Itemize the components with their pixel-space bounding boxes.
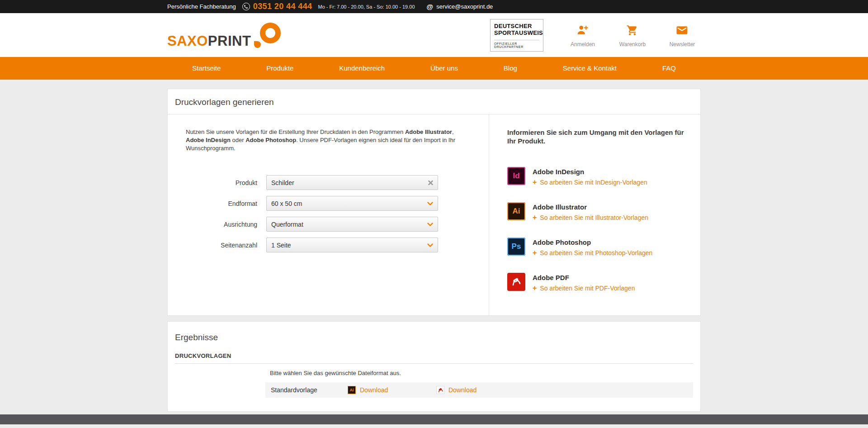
produkt-field[interactable]: Schilder [266,175,438,190]
badge-line1: DEUTSCHER [494,23,539,29]
download-ai-link[interactable]: Ai Download [348,386,436,394]
indesign-icon: Id [507,167,525,185]
generator-card: Druckvorlagen generieren Nutzen Sie unse… [167,89,701,316]
header-actions: Anmelden Warenkorb Newsletter [564,23,701,48]
pdf-file-icon [436,386,444,394]
intro-text: Nutzen Sie unsere Vorlagen für die Erste… [186,128,468,152]
form-row-seitenanzahl: Seitenanzahl 1 Seite [168,238,489,252]
indesign-name: Adobe InDesign [533,168,647,176]
form-row-ausrichtung: Ausrichtung Querformat [168,217,489,232]
download-pdf-link[interactable]: Download [436,386,525,394]
plus-icon: + [533,214,537,222]
envelope-icon [676,24,688,38]
table-row: Standardvorlage Ai Download Download [265,382,693,398]
header: SAXOPRINT DEUTSCHER SPORTAUSWEIS OFFIZIE… [0,13,868,57]
nav-item-ueber-uns[interactable]: Über uns [430,57,458,80]
chevron-down-icon [427,243,433,247]
footer [0,414,868,424]
newsletter-label: Newsletter [670,41,695,48]
seitenanzahl-label: Seitenanzahl [168,242,257,249]
badge-line2: SPORTAUSWEIS [494,29,539,36]
at-icon: @ [427,3,434,10]
endformat-label: Endformat [168,200,257,207]
main-nav: Startseite Produkte Kundenbereich Über u… [0,57,868,80]
info-heading: Informieren Sie sich zum Umgang mit den … [507,128,689,145]
phone-number-link[interactable]: 0351 20 44 444 [253,2,312,11]
logo-text-print: PRINT [208,34,251,48]
results-title: Ergebnisse [168,322,700,342]
results-card: Ergebnisse DRUCKVORLAGEN Bitte wählen Si… [167,321,701,412]
email-link[interactable]: service@saxoprint.de [436,3,493,10]
generator-form-panel: Nutzen Sie unsere Vorlagen für die Erste… [168,114,489,315]
ai-file-icon: Ai [348,386,356,394]
indesign-row: Id Adobe InDesign +So arbeiten Sie mit I… [507,167,689,186]
chevron-down-icon [427,223,433,226]
partner-badge: DEUTSCHER SPORTAUSWEIS OFFIZIELLER DRUCK… [490,19,543,52]
cart-button[interactable]: Warenkorb [614,23,651,48]
photoshop-icon: Ps [507,238,525,256]
pdf-link[interactable]: +So arbeiten Sie mit PDF-Vorlagen [533,284,635,292]
user-login-icon [576,24,589,38]
nav-item-service-kontakt[interactable]: Service & Kontakt [563,57,617,80]
pdf-name: Adobe PDF [533,274,635,281]
login-button[interactable]: Anmelden [564,23,601,48]
pdf-row: Adobe PDF +So arbeiten Sie mit PDF-Vorla… [507,273,689,292]
results-body: Bitte wählen Sie das gewünschte Dateifor… [168,370,700,411]
plus-icon: + [533,249,537,257]
illustrator-link[interactable]: +So arbeiten Sie mit Illustrator-Vorlage… [533,214,648,222]
plus-icon: + [533,284,537,292]
indesign-link[interactable]: +So arbeiten Sie mit InDesign-Vorlagen [533,178,647,186]
topbar: Persönliche Fachberatung 0351 20 44 444 … [0,0,868,13]
phone-icon [242,3,250,10]
opening-hours: Mo - Fr: 7.00 - 20.00, Sa - So: 10.00 - … [318,4,415,10]
badge-line3: OFFIZIELLER DRUCKPARTNER [494,40,539,48]
templates-info-panel: Informieren Sie sich zum Umgang mit den … [489,114,700,315]
photoshop-name: Adobe Photoshop [533,238,652,246]
results-section-label: DRUCKVORLAGEN [175,352,693,364]
cart-label: Warenkorb [619,41,646,48]
illustrator-row: Ai Adobe Illustrator +So arbeiten Sie mi… [507,202,689,222]
illustrator-name: Adobe Illustrator [533,203,648,211]
cart-icon [626,24,638,38]
newsletter-button[interactable]: Newsletter [664,23,701,48]
pdf-icon [507,273,525,291]
illustrator-icon: Ai [507,202,525,220]
logo-ring-icon [253,23,282,48]
ausrichtung-label: Ausrichtung [168,221,257,228]
main-content: Druckvorlagen generieren Nutzen Sie unse… [167,89,701,412]
form-row-endformat: Endformat 60 x 50 cm [168,196,489,211]
clear-icon[interactable] [428,180,433,185]
nav-item-faq[interactable]: FAQ [662,57,676,80]
plus-icon: + [533,178,537,186]
nav-item-startseite[interactable]: Startseite [192,57,221,80]
chevron-down-icon [427,202,433,205]
form-row-produkt: Produkt Schilder [168,175,489,190]
page-title: Druckvorlagen generieren [168,89,700,114]
photoshop-link[interactable]: +So arbeiten Sie mit Photoshop-Vorlagen [533,249,652,257]
login-label: Anmelden [571,41,595,48]
template-name: Standardvorlage [271,386,348,394]
topbar-label: Persönliche Fachberatung [167,3,236,10]
nav-item-kundenbereich[interactable]: Kundenbereich [339,57,385,80]
photoshop-row: Ps Adobe Photoshop +So arbeiten Sie mit … [507,238,689,257]
nav-item-produkte[interactable]: Produkte [266,57,293,80]
saxoprint-logo[interactable]: SAXOPRINT [167,23,282,48]
logo-text-saxo: SAXO [167,34,208,48]
template-form: Produkt Schilder Endformat 60 x 50 cm [168,175,489,252]
produkt-label: Produkt [168,179,257,186]
ausrichtung-select[interactable]: Querformat [266,217,438,232]
endformat-select[interactable]: 60 x 50 cm [266,196,438,211]
nav-item-blog[interactable]: Blog [504,57,517,80]
seitenanzahl-select[interactable]: 1 Seite [266,238,438,252]
format-hint: Bitte wählen Sie das gewünschte Dateifor… [270,370,693,376]
